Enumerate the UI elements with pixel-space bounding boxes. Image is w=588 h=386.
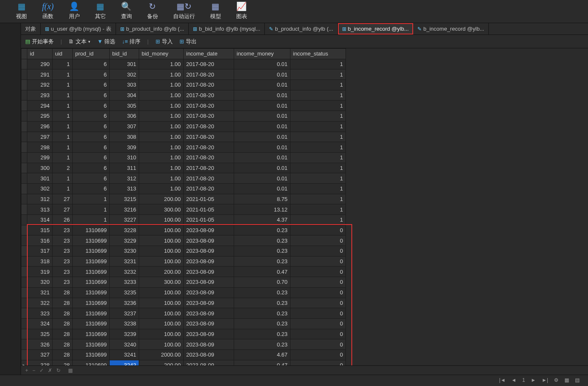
prev-page-icon[interactable]: ◄ (512, 377, 517, 383)
cell[interactable]: 1.00 (139, 69, 184, 80)
cell[interactable]: 28 (53, 308, 73, 319)
cell[interactable]: 292 (27, 80, 53, 90)
cell[interactable]: 2017-08-20 (184, 132, 234, 142)
cell[interactable]: 6 (73, 142, 110, 153)
cell[interactable]: 100.00 (139, 256, 184, 267)
table-row[interactable]: 302163131.002017-08-200.011 (21, 183, 346, 194)
cell[interactable]: 2017-08-20 (184, 163, 234, 173)
cell[interactable]: 3233 (110, 277, 139, 288)
cell[interactable]: 0.23 (234, 246, 290, 256)
cell[interactable]: 1 (290, 132, 346, 142)
filter-button[interactable]: ▼ 筛选 (97, 38, 115, 45)
cell[interactable]: 23 (53, 235, 73, 246)
query-button[interactable]: 🔍查询 (113, 0, 140, 23)
tab-u_user[interactable]: ⊞u_user @ylb (mysql) - 表 (41, 23, 116, 34)
col-prod_id[interactable]: prod_id (73, 49, 110, 59)
tab-b_bid_info[interactable]: ⊞b_bid_info @ylb (mysql... (189, 23, 265, 34)
cell[interactable]: 0 (290, 267, 346, 277)
cell[interactable]: 307 (110, 121, 139, 132)
cell[interactable]: 1310699 (73, 329, 110, 339)
cell[interactable]: 295 (27, 111, 53, 122)
cell[interactable]: 27 (53, 204, 73, 215)
table-row[interactable]: 3152313106993228100.002023-08-090.230 (21, 225, 346, 235)
cell[interactable]: 324 (27, 318, 53, 329)
add-icon[interactable]: + (25, 367, 28, 373)
cell[interactable]: 1310699 (73, 349, 110, 360)
table-row[interactable]: 292163031.002017-08-200.011 (21, 80, 346, 90)
table-row[interactable]: 3172313106993230100.002023-08-090.230 (21, 246, 346, 256)
cell[interactable]: 2017-08-20 (184, 183, 234, 194)
cell[interactable]: 1 (290, 111, 346, 122)
cell[interactable]: 1 (53, 111, 73, 122)
cell[interactable]: 3215 (110, 194, 139, 204)
cell[interactable]: 23 (53, 277, 73, 288)
tab-b_product_info1[interactable]: ⊞b_product_info @ylb (... (116, 23, 189, 34)
cell[interactable]: 28 (53, 298, 73, 308)
cancel-icon[interactable]: ✗ (48, 367, 52, 373)
cell[interactable]: 2017-08-20 (184, 80, 234, 90)
cell[interactable]: 1 (290, 152, 346, 163)
cell[interactable]: 100.00 (139, 339, 184, 350)
cell[interactable]: 2017-08-20 (184, 59, 234, 69)
cell[interactable]: 304 (110, 90, 139, 100)
cell[interactable]: 1 (290, 183, 346, 194)
cell[interactable]: 306 (110, 111, 139, 122)
cell[interactable]: 1 (53, 80, 73, 90)
cell[interactable]: 0 (290, 225, 346, 235)
import-button[interactable]: ⊞ 导入 (156, 38, 173, 45)
cell[interactable]: 0 (290, 298, 346, 308)
cell[interactable]: 293 (27, 90, 53, 100)
cell[interactable]: 0 (290, 246, 346, 256)
cell[interactable]: 0.23 (234, 308, 290, 319)
cell[interactable]: 2023-08-09 (184, 267, 234, 277)
cell[interactable]: 2023-08-09 (184, 349, 234, 360)
cell[interactable]: 0.23 (234, 339, 290, 350)
cell[interactable]: 6 (73, 152, 110, 163)
cell[interactable]: 1.00 (139, 90, 184, 100)
cell[interactable]: 3232 (110, 267, 139, 277)
cell[interactable]: 0.23 (234, 298, 290, 308)
cell[interactable]: 6 (73, 173, 110, 184)
cell[interactable]: 2023-08-09 (184, 329, 234, 339)
cell[interactable]: 313 (110, 183, 139, 194)
cell[interactable]: 305 (110, 100, 139, 111)
cell[interactable]: 1310699 (73, 360, 110, 365)
table-row[interactable]: 3202313106993233300.002023-08-090.700 (21, 277, 346, 288)
cell[interactable]: 6 (73, 90, 110, 100)
cell[interactable]: 1 (73, 194, 110, 204)
cell[interactable]: 6 (73, 163, 110, 173)
table-row[interactable]: 3122713215200.002021-01-058.751 (21, 194, 346, 204)
cell[interactable]: 1 (290, 59, 346, 69)
cell[interactable]: 0.01 (234, 121, 290, 132)
tab-b_income_record2[interactable]: ✎b_income_record @ylb... (413, 23, 489, 34)
cell[interactable]: 3230 (110, 246, 139, 256)
cell[interactable]: 1 (53, 152, 73, 163)
cell[interactable]: 0.23 (234, 318, 290, 329)
cell[interactable]: 28 (53, 329, 73, 339)
cell[interactable]: 28 (53, 318, 73, 329)
cell[interactable]: 300.00 (139, 204, 184, 215)
cell[interactable]: 1 (290, 204, 346, 215)
tab-b_product_info2[interactable]: ✎b_product_info @ylb (... (265, 23, 338, 34)
cell[interactable]: 2021-01-05 (184, 204, 234, 215)
cell[interactable]: 309 (110, 142, 139, 153)
cell[interactable]: 0.01 (234, 59, 290, 69)
cell[interactable]: 13.12 (234, 204, 290, 215)
begin-transaction-button[interactable]: ▤ 开始事务 (25, 38, 54, 45)
cell[interactable]: 302 (27, 183, 53, 194)
cell[interactable]: 2023-08-09 (184, 225, 234, 235)
cell[interactable]: 1.00 (139, 173, 184, 184)
cell[interactable]: 326 (27, 339, 53, 350)
cell[interactable]: 1310699 (73, 246, 110, 256)
backup-button[interactable]: ↻备份 (140, 0, 166, 23)
cell[interactable]: 0 (290, 318, 346, 329)
cell[interactable]: 100.00 (139, 287, 184, 298)
function-button[interactable]: f(x)函数 (34, 0, 61, 23)
cell[interactable]: 3231 (110, 256, 139, 267)
cell[interactable]: 301 (110, 59, 139, 69)
sort-button[interactable]: ↓≡ 排序 (122, 38, 140, 45)
table-row[interactable]: 298163091.002017-08-200.011 (21, 142, 346, 153)
cell[interactable]: 1310699 (73, 235, 110, 246)
cell[interactable]: 28 (53, 360, 73, 365)
cell[interactable]: 0.23 (234, 235, 290, 246)
